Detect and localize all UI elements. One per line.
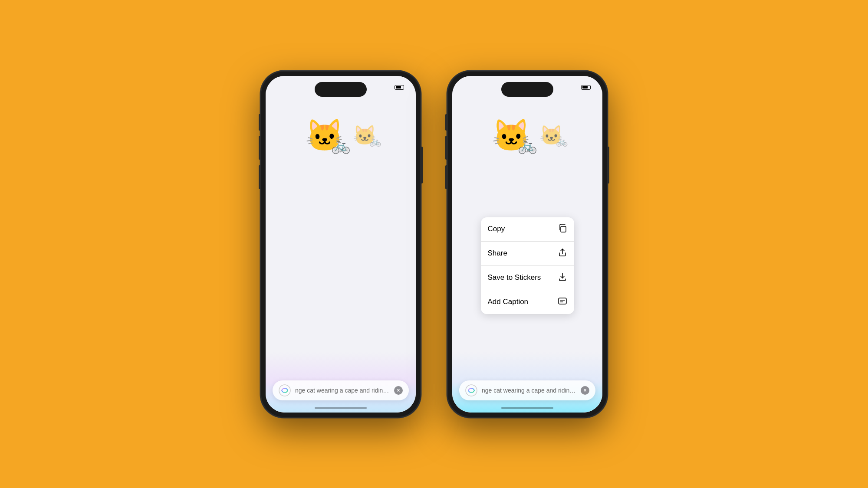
svg-rect-4: [559, 298, 566, 304]
volume-up-right[interactable]: [445, 136, 447, 160]
emoji-secondary-left: 🐱 🚲: [353, 126, 377, 145]
mute-button-right[interactable]: [445, 114, 447, 131]
add-caption-label: Add Caption: [488, 298, 529, 306]
search-bar-left[interactable]: nge cat wearing a cape and riding a tric…: [273, 380, 409, 400]
volume-down-left[interactable]: [259, 165, 260, 189]
power-button-right[interactable]: [608, 147, 609, 183]
bottom-area-left: nge cat wearing a cape and riding a tric…: [266, 352, 416, 413]
clear-search-left[interactable]: ×: [394, 386, 403, 395]
share-icon: [558, 248, 567, 259]
phone-right: 4:46 SOS Cancel New Genmoji BETA: [447, 71, 608, 418]
context-menu: Copy Share: [481, 217, 574, 314]
genmoji-icon-right: [465, 384, 477, 396]
volume-down-right[interactable]: [445, 165, 447, 189]
menu-add-caption[interactable]: Add Caption: [481, 290, 574, 314]
power-button-left[interactable]: [421, 147, 423, 183]
screen-right: 4:46 SOS Cancel New Genmoji BETA: [452, 76, 602, 413]
copy-icon: [558, 223, 567, 235]
phone-left: 4:45 SOS Cancel New Genmoji BETA: [260, 71, 421, 418]
save-stickers-icon: [558, 272, 567, 284]
share-label: Share: [488, 249, 507, 258]
search-text-left: nge cat wearing a cape and riding a tric…: [295, 387, 390, 394]
home-indicator-left: [315, 407, 367, 409]
dynamic-island-left: [315, 82, 367, 97]
screen-left: 4:45 SOS Cancel New Genmoji BETA: [266, 76, 416, 413]
battery-left: [395, 85, 405, 90]
home-indicator-right: [501, 407, 553, 409]
search-text-right: nge cat wearing a cape and riding a tric…: [482, 387, 576, 394]
emoji-main-right: 🐱 🚲: [492, 120, 531, 151]
svg-point-5: [466, 385, 477, 396]
genmoji-icon-left: [279, 384, 291, 396]
emoji-main-left: 🐱 🚲: [305, 120, 344, 151]
copy-label: Copy: [488, 225, 505, 233]
volume-up-left[interactable]: [259, 136, 260, 160]
battery-right: [581, 85, 592, 90]
mute-button-left[interactable]: [259, 114, 260, 131]
svg-point-1: [279, 385, 290, 396]
dynamic-island-right: [501, 82, 553, 97]
clear-search-right[interactable]: ×: [581, 386, 589, 395]
save-stickers-label: Save to Stickers: [488, 273, 541, 282]
caption-icon: [558, 296, 567, 308]
emoji-secondary-right: 🐱 🚲: [539, 126, 563, 145]
menu-copy[interactable]: Copy: [481, 217, 574, 242]
menu-save-stickers[interactable]: Save to Stickers: [481, 266, 574, 290]
bottom-area-right: nge cat wearing a cape and riding a tric…: [452, 352, 602, 413]
search-bar-right[interactable]: nge cat wearing a cape and riding a tric…: [459, 380, 595, 400]
menu-share[interactable]: Share: [481, 242, 574, 266]
svg-rect-3: [561, 226, 566, 232]
